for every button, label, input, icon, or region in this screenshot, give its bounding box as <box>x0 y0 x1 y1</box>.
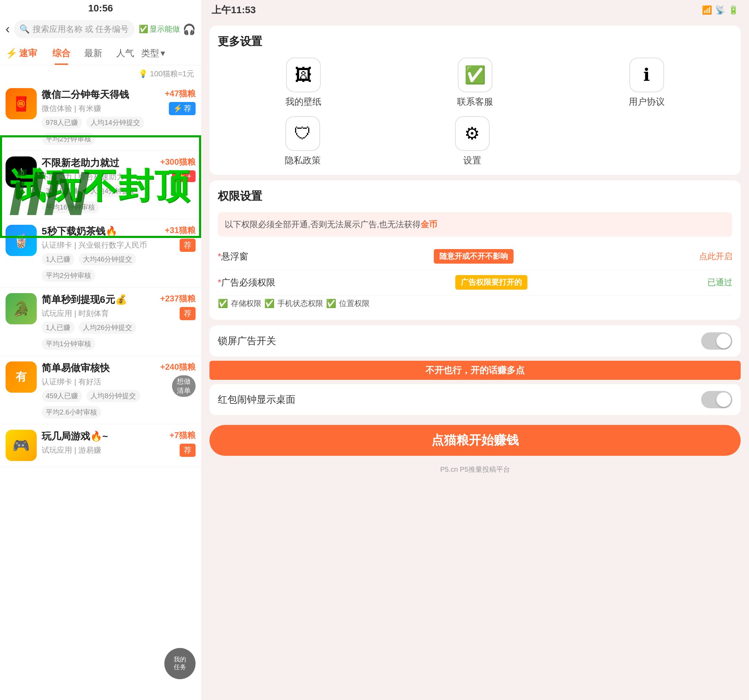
settings-grid-row2: 🛡 隐私政策 ⚙ 设置 <box>218 116 732 167</box>
reward-text-3: +31猫粮 <box>165 225 196 236</box>
wallpaper-icon: 🖼 <box>295 65 312 85</box>
reward-badge-1: ⚡荐 <box>169 102 196 115</box>
red-packet-toggle[interactable] <box>701 391 732 408</box>
settings-privacy[interactable]: 🛡 隐私政策 <box>285 116 321 167</box>
tab-最新[interactable]: 最新 <box>77 44 109 62</box>
perm-notice: 以下权限必须全部开通,否则无法展示广告,也无法获得金币 <box>218 212 732 237</box>
stat-badge: 459人已赚 <box>41 390 82 402</box>
privacy-label: 隐私政策 <box>285 154 321 167</box>
stat-badge: 978人已赚 <box>41 116 82 129</box>
iin-overlay: iIN <box>9 162 89 225</box>
headset-icon[interactable]: 🎧 <box>183 23 196 35</box>
tab-类型[interactable]: 类型 ▾ <box>141 47 165 59</box>
perm-location: 位置权限 <box>339 298 370 309</box>
permissions-title: 权限设置 <box>218 189 732 204</box>
app-icon-1: 🧧 <box>6 88 37 119</box>
task-subtitle-4: 试玩应用 | 时刻体育 <box>41 308 155 319</box>
check-icon: ✅ <box>139 25 148 34</box>
red-packet-label: 红包闹钟显示桌面 <box>218 393 295 406</box>
tab-人气[interactable]: 人气 <box>109 44 141 62</box>
terms-icon: ℹ <box>643 65 650 85</box>
stat-badge: 平均1分钟审核 <box>41 338 95 350</box>
perm-phone: 手机状态权限 <box>277 298 323 309</box>
task-info-5: 简单易做审核快 认证绑卡 | 有好活 459人已赚 人均8分钟提交 平均2.6小… <box>41 361 155 418</box>
signal-icon: 📶 <box>702 5 712 15</box>
battery-icon: 🔋 <box>728 5 738 15</box>
list-item[interactable]: 🧋 5秒下载奶茶钱🔥 认证绑卡 | 兴业银行数字人民币 1人已赚 大均46分钟提… <box>0 219 201 288</box>
green-border-top <box>0 135 201 137</box>
cta-text: 点猫粮开始赚钱 <box>431 433 519 447</box>
task-info-3: 5秒下载奶茶钱🔥 认证绑卡 | 兴业银行数字人民币 1人已赚 大均46分钟提交 … <box>41 225 160 282</box>
wallpaper-label: 我的壁纸 <box>285 96 321 108</box>
chevron-down-icon: ▾ <box>160 48 165 59</box>
task-info-4: 简单秒到提现6元💰 试玩应用 | 时刻体育 1人已赚 人均26分钟提交 平均1分… <box>41 293 155 350</box>
right-panel: 上午11:53 📶 📡 🔋 更多设置 🖼 我的壁纸 ✅ 联系客服 <box>201 0 749 700</box>
lock-screen-banner: 不开也行，开的话赚多点 <box>209 361 741 380</box>
support-icon: ✅ <box>464 65 486 85</box>
search-icon: 🔍 <box>20 24 30 34</box>
task-subtitle-6: 试玩应用 | 游易赚 <box>41 445 165 455</box>
stat-badge: 平均2分钟审核 <box>41 270 95 282</box>
task-stats-3: 1人已赚 大均46分钟提交 平均2分钟审核 <box>41 253 160 282</box>
green-border-left <box>0 135 2 236</box>
perm-row-floating: *悬浮窗 随意开或不开不影响 点此开启 <box>218 244 732 270</box>
settings-config[interactable]: ⚙ 设置 <box>455 116 490 167</box>
task-info-6: 玩几局游戏🔥~ 试玩应用 | 游易赚 <box>41 430 165 458</box>
tab-综合[interactable]: 综合 <box>46 44 77 62</box>
nav-tabs: ⚡ 速审 综合 最新 人气 类型 ▾ <box>0 41 201 65</box>
app-icon-5: 有 <box>6 361 37 393</box>
toggle-knob-2 <box>716 392 731 407</box>
check-location-icon: ✅ <box>326 299 336 308</box>
settings-wallpaper[interactable]: 🖼 我的壁纸 <box>285 58 321 108</box>
settings-terms[interactable]: ℹ 用户协议 <box>629 58 665 108</box>
permissions-section: 权限设置 以下权限必须全部开通,否则无法展示广告,也无法获得金币 *悬浮窗 随意… <box>209 181 741 320</box>
more-settings-title: 更多设置 <box>218 34 732 49</box>
my-tasks-button[interactable]: 我的任务 <box>164 648 196 679</box>
task-reward-1: +47猫粮 ⚡荐 <box>165 88 196 115</box>
list-item[interactable]: 有 简单易做审核快 认证绑卡 | 有好活 459人已赚 人均8分钟提交 平均2.… <box>0 356 201 424</box>
privacy-icon: 🛡 <box>294 124 311 144</box>
terms-label: 用户协议 <box>629 96 665 108</box>
green-border-right <box>199 135 201 236</box>
config-icon-wrap: ⚙ <box>455 116 490 151</box>
list-item[interactable]: 🧧 微信二分钟每天得钱 微信体验 | 有米赚 978人已赚 人均14分钟提交 平… <box>0 83 201 151</box>
task-stats-5: 459人已赚 人均8分钟提交 平均2.6小时审核 <box>41 390 155 418</box>
task-title-5: 简单易做审核快 <box>41 361 155 375</box>
reward-text-5: +240猫粮 <box>160 361 196 372</box>
asterisk-icon: * <box>218 251 221 262</box>
bottom-cta-button[interactable]: 点猫粮开始赚钱 <box>209 425 741 456</box>
list-item[interactable]: 🐊 简单秒到提现6元💰 试玩应用 | 时刻体育 1人已赚 人均26分钟提交 平均… <box>0 288 201 356</box>
reward-badge-4: 荐 <box>180 307 196 320</box>
verified-badge: ✅ 显示能做 <box>139 24 180 34</box>
red-packet-toggle-row: 红包闹钟显示桌面 <box>209 384 741 415</box>
perm-highlight: 金币 <box>420 219 437 229</box>
more-settings-section: 更多设置 🖼 我的壁纸 ✅ 联系客服 ℹ 用户协议 <box>209 26 741 175</box>
lock-screen-toggle[interactable] <box>701 332 732 350</box>
stat-badge: 人均14分钟提交 <box>86 116 144 129</box>
coin-icon: 💡 <box>138 69 148 78</box>
perm-floating-label: *悬浮窗 <box>218 250 248 263</box>
search-input-wrap[interactable]: 🔍 搜索应用名称 或 任务编号 <box>14 20 135 38</box>
coins-hint: 💡 100猫粮=1元 <box>0 65 201 83</box>
task-reward-5: +240猫粮 想做清单 <box>160 361 196 397</box>
back-button[interactable]: ‹ <box>6 22 10 37</box>
reward-badge-3: 荐 <box>180 239 196 252</box>
reward-text-6: +7猫粮 <box>170 430 196 441</box>
stat-badge: 大均46分钟提交 <box>79 253 136 265</box>
settings-grid-row1: 🖼 我的壁纸 ✅ 联系客服 ℹ 用户协议 <box>218 58 732 108</box>
status-time-left: 10:56 <box>88 3 113 14</box>
perm-open-link[interactable]: 点此开启 <box>699 251 732 262</box>
task-title-6: 玩几局游戏🔥~ <box>41 430 165 443</box>
check-storage-icon: ✅ <box>218 299 228 308</box>
task-subtitle-3: 认证绑卡 | 兴业银行数字人民币 <box>41 240 160 250</box>
check-phone-icon: ✅ <box>264 299 275 308</box>
float-buttons: 我的任务 <box>164 648 196 679</box>
search-right: ✅ 显示能做 🎧 <box>139 23 196 35</box>
brand-logo: ⚡ 速审 <box>6 47 37 59</box>
perm-storage: 存储权限 <box>231 298 261 309</box>
stat-badge: 人均8分钟提交 <box>86 390 140 402</box>
list-item[interactable]: 🎮 玩几局游戏🔥~ 试玩应用 | 游易赚 +7猫粮 荐 <box>0 424 201 467</box>
config-label: 设置 <box>463 154 481 167</box>
reward-text-4: +237猫粮 <box>160 293 196 304</box>
settings-support[interactable]: ✅ 联系客服 <box>457 58 493 108</box>
